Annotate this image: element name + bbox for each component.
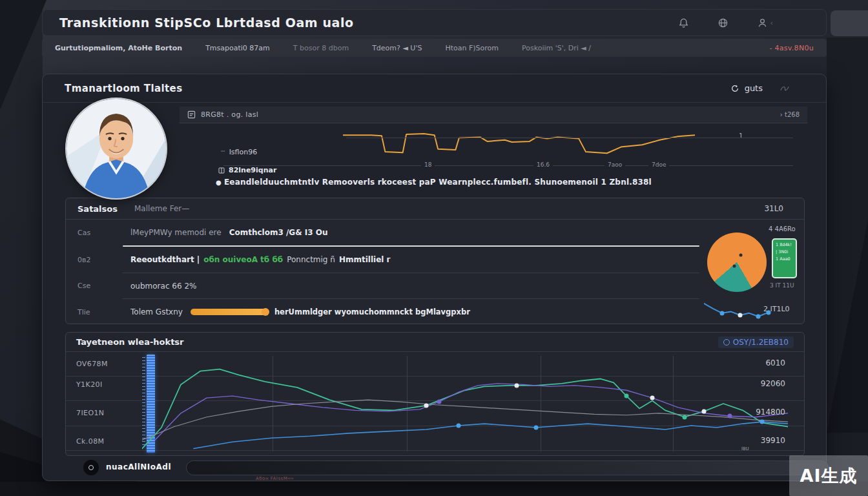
status-pie-chart xyxy=(707,232,767,292)
table-row[interactable]: Cas lMeyPMWy memodi ere Comthclom3 /G& I… xyxy=(66,220,804,245)
avatar-portrait xyxy=(67,99,166,198)
stats-table-card: Satalsos Malleme Fer— 31L0 Cas lMeyPMWy … xyxy=(65,198,805,324)
performance-multiline-chart xyxy=(142,356,788,451)
y-row-label: OV678M xyxy=(76,360,136,368)
chart-body: OV678M Y1K20I 7IEO1N Ck.08M 6010 92060 9… xyxy=(66,352,804,455)
row-value: 39910 xyxy=(731,436,785,445)
pie-legend-row: 1 8d4k! xyxy=(776,243,793,248)
ai-watermark: AI生成 xyxy=(789,455,868,496)
row-label: 0в2 xyxy=(78,256,130,264)
refresh-label[interactable]: guts xyxy=(745,83,763,93)
nav-item-4[interactable]: Tdeom? ◄ U'S xyxy=(372,44,422,52)
tiny-axis-label: l8U xyxy=(741,446,749,451)
main-panel: Tmanartloom Tlaltes guts xyxy=(42,74,827,481)
strip-label[interactable]: 8RG8t . og. lasl xyxy=(201,110,258,119)
row-text: Reeoutkdthart | xyxy=(130,255,200,264)
row-text: oubmorac 66 2% xyxy=(130,282,196,291)
progress-bar[interactable] xyxy=(191,309,267,315)
panel-actions: guts xyxy=(730,83,804,93)
app-header: Transkitionn StipSCo Lbrtdasd Oam ualo ‹ xyxy=(42,9,827,36)
chart-link-label: OSY/1.2EB810 xyxy=(733,338,789,347)
user-icon[interactable]: ‹ xyxy=(757,17,773,28)
row-value: 6010 xyxy=(731,358,785,367)
pie-legend-row: 1 Aaa0 xyxy=(776,257,793,262)
side-sparkline-chart xyxy=(704,300,769,321)
axis-tick-3: 7aoo xyxy=(604,161,625,168)
table-title: Satalsos xyxy=(78,204,118,214)
y-row-label: 7IEO1N xyxy=(76,409,136,417)
nav-alert-value: - 4asv.8N0u xyxy=(769,44,814,52)
legend-1-mark: ᵒᵒ xyxy=(221,149,225,155)
row-text-green[interactable]: oбn ouiveoA tб бб xyxy=(203,255,283,264)
legend-2-label: 82lne9iqnar xyxy=(229,166,276,174)
page-background: Transkitionn StipSCo Lbrtdasd Oam ualo ‹ xyxy=(0,0,868,496)
bottom-card-header: Tayetneon wlea-hoktsr OSY/1.2EB810 xyxy=(66,333,804,352)
row-text-bold: herUmmldger wyomuchommnckt bgMlavgpxbr xyxy=(274,307,470,316)
footer-label: nuacAllNIoAdl xyxy=(106,462,171,471)
form-icon[interactable] xyxy=(187,110,196,119)
row-text-bold: Hmmtilliel г xyxy=(339,255,391,264)
avatar[interactable] xyxy=(65,98,167,200)
table-header: Satalsos Malleme Fer— 31L0 xyxy=(66,198,804,220)
side-value-mid: 3 IT 11U xyxy=(770,282,794,289)
pie-legend-card[interactable]: 1 8d4k! | 3N0i 1 Aaa0 xyxy=(772,238,797,278)
nav-item-2[interactable]: Tmsapoati0 87am xyxy=(205,44,270,52)
table-row[interactable]: 0в2 Reeoutkdthart | oбn ouiveoA tб бб Po… xyxy=(66,247,804,273)
app-title: Transkitionn StipSCo Lbrtdasd Oam ualo xyxy=(59,16,354,30)
row-text-bold: Comthclom3 /G& I3 Ou xyxy=(229,228,328,237)
chart-note: 1 xyxy=(739,132,743,140)
divider-line xyxy=(346,138,793,138)
nav-item-1[interactable]: Gurtutiopmaliom, AtoHe Borton xyxy=(55,44,182,52)
row-value: 914800 xyxy=(731,408,785,417)
record-icon xyxy=(88,465,94,470)
footer-avatar-button[interactable] xyxy=(83,460,99,475)
panel-title: Tmanartloom Tlaltes xyxy=(65,83,182,94)
axis-tick-2: 16.6 xyxy=(533,161,553,168)
nav-item-6[interactable]: Poskoiim 'S', Dri ◄ / xyxy=(522,44,591,52)
legend-item-1: ᵒᵒ Isflon96 xyxy=(221,148,257,156)
row-text-2: Ponnctmig ñ xyxy=(287,255,335,264)
row-label: Cse xyxy=(78,282,130,290)
globe-icon[interactable] xyxy=(718,17,728,28)
panel-icon xyxy=(218,167,225,174)
nav-item-5[interactable]: Htoan F)Sorom xyxy=(445,44,499,52)
bg-bottom-strip xyxy=(0,482,868,496)
strip-right-value[interactable]: › t268 xyxy=(780,111,800,118)
footer-input-bar[interactable] xyxy=(186,460,829,475)
pen-icon[interactable] xyxy=(780,84,790,93)
y-row-label: Y1K20I xyxy=(76,380,136,389)
refresh-icon[interactable] xyxy=(730,84,739,93)
row-text-muted: lMeyPMWy memodi ere xyxy=(130,228,222,237)
y-row-label: Ck.08M xyxy=(76,437,136,446)
summary-row: ●Eeandlelduuchmtntlv Remooverls rkoceest… xyxy=(216,178,803,187)
chart-link[interactable]: OSY/1.2EB810 xyxy=(718,336,794,348)
bullet-icon: ● xyxy=(216,179,222,186)
panel-header: Tmanartloom Tlaltes guts xyxy=(43,74,826,103)
chevron-icon: ‹ xyxy=(770,19,773,27)
header-icons: ‹ xyxy=(678,17,809,28)
bell-icon[interactable] xyxy=(678,17,689,28)
summary-text: Eeandlelduuchmtntlv Remooverls rkoceest … xyxy=(224,178,652,187)
legend-1-label: Isflon96 xyxy=(229,148,258,156)
axis-tick-1: 18 xyxy=(421,161,435,168)
row-label: Tlie xyxy=(78,308,130,316)
table-header-value: 31L0 xyxy=(764,204,792,213)
nav-bar: Gurtutiopmaliom, AtoHe Borton Tmsapoati0… xyxy=(42,39,827,57)
table-subtitle: Malleme Fer— xyxy=(134,204,189,213)
link-icon xyxy=(723,339,730,346)
footer-faint-note: Абон FAIssM══ xyxy=(256,476,294,481)
performance-chart-card: Tayetneon wlea-hoktsr OSY/1.2EB810 OV678… xyxy=(65,332,805,456)
bottom-card-title: Tayetneon wlea-hoktsr xyxy=(76,337,184,347)
top-right-tab[interactable] xyxy=(831,10,868,36)
nav-item-3[interactable]: T bosor 8 dbom xyxy=(293,44,349,52)
axis-tick-4: 7doe xyxy=(648,161,669,168)
row-label: Cas xyxy=(78,229,130,237)
table-row[interactable]: Tlie Tolem Gstxny herUmmldger wyomuchomm… xyxy=(66,299,804,325)
row-value: 92060 xyxy=(731,379,785,388)
row-text: Tolem Gstxny xyxy=(130,307,183,316)
x-axis-line xyxy=(223,165,793,166)
top-sparkline-chart xyxy=(343,125,695,160)
table-row[interactable]: Cse oubmorac 66 2% xyxy=(66,273,804,298)
pie-legend-row: | 3N0i xyxy=(776,250,793,255)
side-value-top: 4 4A6Ro xyxy=(769,225,796,232)
